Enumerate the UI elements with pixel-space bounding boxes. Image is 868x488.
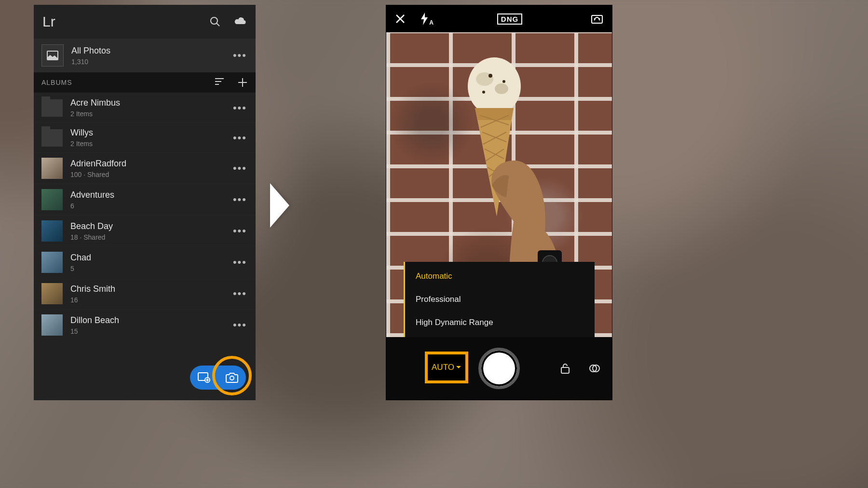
more-icon[interactable]: ••• [233, 193, 247, 206]
albums-header: ALBUMS [34, 72, 256, 93]
svg-rect-32 [561, 367, 569, 373]
album-title: Dillon Beach [70, 315, 119, 325]
album-meta: 2 Items [70, 110, 120, 118]
more-icon[interactable]: ••• [233, 256, 247, 269]
album-meta: 18 · Shared [70, 233, 113, 241]
album-title: Adventures [70, 190, 114, 200]
more-icon[interactable]: ••• [233, 287, 247, 300]
svg-point-12 [230, 376, 234, 380]
mode-automatic[interactable]: Automatic [405, 265, 595, 288]
sort-icon[interactable] [214, 77, 225, 88]
add-photos-button[interactable] [190, 366, 218, 390]
album-thumb [41, 158, 63, 179]
lightroom-top-bar: Lr [34, 5, 256, 39]
album-title: Chris Smith [70, 284, 115, 294]
all-photos-title: All Photos [71, 46, 110, 56]
more-icon[interactable]: ••• [233, 102, 247, 114]
switch-camera-icon[interactable] [591, 14, 603, 24]
album-row[interactable]: Adventures6••• [34, 184, 256, 215]
svg-point-0 [211, 17, 217, 24]
viewfinder-subject [436, 43, 562, 294]
album-row[interactable]: Chris Smith16••• [34, 278, 256, 309]
album-title: Acre Nimbus [70, 98, 120, 108]
arrow-right-icon [270, 183, 289, 228]
album-row[interactable]: AdrienRadford100 · Shared••• [34, 152, 256, 184]
flash-auto-icon[interactable]: A [420, 13, 429, 25]
album-meta: 5 [70, 265, 91, 272]
filter-presets-icon[interactable] [589, 363, 600, 374]
more-icon[interactable]: ••• [233, 49, 247, 62]
camera-panel: A DNG [386, 5, 612, 400]
album-row[interactable]: Willys2 Items••• [34, 122, 256, 152]
svg-point-21 [482, 91, 485, 94]
album-meta: 16 [70, 296, 115, 304]
shutter-button[interactable] [478, 348, 520, 389]
flash-mode-label: A [429, 19, 434, 26]
svg-line-1 [217, 23, 219, 26]
folder-icon [41, 99, 63, 117]
add-album-icon[interactable] [237, 77, 248, 88]
chevron-down-icon [456, 366, 461, 369]
all-photos-row[interactable]: All Photos 1,310 ••• [34, 39, 256, 72]
camera-viewfinder: Automatic Professional High Dynamic Rang… [386, 32, 612, 337]
svg-point-20 [502, 80, 505, 83]
svg-point-18 [495, 83, 508, 94]
album-thumb [41, 283, 63, 304]
svg-rect-15 [592, 15, 602, 23]
search-icon[interactable] [209, 16, 221, 27]
fab-pill [190, 366, 246, 390]
album-row[interactable]: Beach Day18 · Shared••• [34, 215, 256, 246]
close-icon[interactable] [395, 14, 406, 24]
mode-hdr[interactable]: High Dynamic Range [405, 311, 595, 334]
all-photos-thumb [41, 44, 64, 67]
more-icon[interactable]: ••• [233, 225, 247, 237]
lightroom-logo: Lr [42, 14, 55, 30]
lightroom-albums-panel: Lr All Photos 1,310 ••• ALBUMS [34, 5, 256, 400]
album-meta: 100 · Shared [70, 171, 126, 178]
album-title: AdrienRadford [70, 159, 126, 169]
open-camera-button[interactable] [218, 366, 246, 390]
album-meta: 6 [70, 202, 114, 210]
all-photos-count: 1,310 [71, 58, 110, 66]
album-meta: 2 Items [70, 140, 93, 148]
album-row[interactable]: Dillon Beach15••• [34, 309, 256, 340]
mode-professional[interactable]: Professional [405, 288, 595, 311]
more-icon[interactable]: ••• [233, 319, 247, 331]
mode-selector-label: AUTO [432, 363, 454, 372]
album-thumb [41, 220, 63, 242]
album-list: Acre Nimbus2 Items•••Willys2 Items•••Adr… [34, 93, 256, 340]
more-icon[interactable]: ••• [233, 162, 247, 175]
album-row[interactable]: Chad5••• [34, 246, 256, 278]
album-thumb [41, 189, 63, 210]
album-thumb [41, 314, 63, 336]
camera-mode-menu: Automatic Professional High Dynamic Rang… [404, 262, 595, 337]
lock-open-icon[interactable] [560, 363, 570, 374]
album-title: Willys [70, 128, 93, 138]
camera-bottom-bar: AUTO [386, 337, 612, 400]
camera-top-bar: A DNG [386, 5, 612, 32]
album-title: Beach Day [70, 221, 113, 231]
svg-point-19 [488, 74, 492, 78]
format-badge[interactable]: DNG [497, 14, 522, 25]
mode-selector-button[interactable]: AUTO [425, 352, 468, 383]
cloud-sync-icon[interactable] [233, 16, 247, 27]
more-icon[interactable]: ••• [233, 132, 247, 144]
album-row[interactable]: Acre Nimbus2 Items••• [34, 93, 256, 122]
folder-icon [41, 129, 63, 147]
albums-header-label: ALBUMS [41, 79, 72, 86]
album-title: Chad [70, 253, 91, 263]
album-meta: 15 [70, 327, 119, 335]
svg-point-16 [468, 57, 521, 115]
album-thumb [41, 252, 63, 273]
